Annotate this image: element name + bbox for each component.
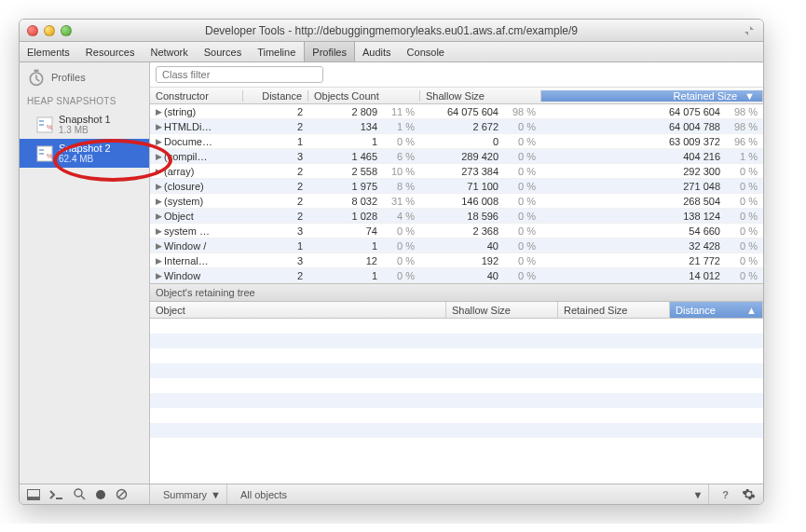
cell-shallow-pct: 0 % — [506, 255, 536, 266]
sidebar-category: HEAP SNAPSHOTS — [20, 92, 149, 110]
col-objects-count[interactable]: Objects Count — [308, 90, 420, 102]
expand-icon[interactable]: ▶ — [156, 256, 162, 266]
expand-icon[interactable]: ▶ — [156, 107, 162, 116]
cell-shallow: 40 — [487, 270, 499, 281]
constructor-row[interactable]: ▶(string)22 80911 %64 075 60498 %64 075 … — [150, 104, 763, 119]
cell-retained-pct: 0 % — [728, 196, 758, 207]
expand-icon[interactable]: ▶ — [156, 197, 162, 206]
expand-icon[interactable]: ▶ — [156, 182, 162, 191]
ret-col-retained[interactable]: Retained Size — [558, 302, 670, 318]
tab-profiles[interactable]: Profiles — [304, 42, 355, 61]
zoom-icon[interactable] — [61, 25, 72, 36]
record-icon[interactable] — [95, 489, 106, 500]
ret-col-shallow[interactable]: Shallow Size — [446, 302, 558, 318]
view-select[interactable]: Summary ▼ — [157, 484, 227, 504]
constructor-row[interactable]: ▶Window /110 %400 %32 4280 % — [150, 239, 763, 253]
dock-icon[interactable] — [27, 489, 40, 500]
sidebar-heading-label: Profiles — [51, 72, 86, 83]
expand-icon[interactable]: ▶ — [156, 137, 162, 146]
cell-constructor: (string) — [164, 106, 196, 117]
constructor-row[interactable]: ▶HTMLDi…21341 %2 6720 %64 004 78898 % — [150, 119, 763, 134]
expand-icon[interactable]: ▶ — [156, 167, 162, 176]
ret-col-distance[interactable]: Distance ▲ — [670, 302, 763, 318]
expand-icon[interactable]: ▶ — [156, 122, 162, 131]
devtools-window: Developer Tools - http://debuggingmemory… — [19, 19, 764, 505]
svg-rect-4 — [39, 124, 44, 126]
expand-icon[interactable]: ▶ — [156, 211, 162, 221]
sort-asc-icon: ▲ — [746, 305, 757, 316]
cell-shallow-pct: 0 % — [506, 211, 536, 222]
snapshot-item[interactable]: %Snapshot 262.4 MB — [20, 139, 149, 168]
constructor-row[interactable]: ▶Internal…3120 %1920 %21 7720 % — [150, 253, 763, 268]
cell-shallow-pct: 0 % — [506, 121, 536, 132]
constructor-row[interactable]: ▶(array)22 55810 %273 3840 %292 3000 % — [150, 164, 763, 179]
minimize-icon[interactable] — [44, 25, 55, 36]
snapshot-size: 62.4 MB — [59, 154, 111, 164]
expand-icon[interactable]: ▶ — [156, 152, 162, 161]
expand-icon[interactable]: ▶ — [156, 271, 162, 280]
col-retained-label: Retained Size — [674, 90, 738, 102]
cell-retained: 268 504 — [683, 196, 720, 207]
snapshot-item[interactable]: %Snapshot 11.3 MB — [20, 110, 149, 139]
cell-retained-pct: 1 % — [728, 151, 758, 162]
col-distance[interactable]: Distance — [243, 90, 308, 102]
cell-count-pct: 4 % — [385, 211, 415, 222]
constructor-row[interactable]: ▶Docume…110 %00 %63 009 37296 % — [150, 134, 763, 149]
cell-distance: 2 — [243, 270, 308, 281]
constructor-row[interactable]: ▶(system)28 03231 %146 0080 %268 5040 % — [150, 194, 763, 209]
cell-distance: 3 — [243, 255, 308, 266]
cell-retained: 271 048 — [683, 181, 720, 192]
heap-snapshot-pane: Constructor Distance Objects Count Shall… — [150, 62, 763, 484]
cell-shallow: 289 420 — [461, 151, 499, 162]
constructor-row[interactable]: ▶system …3740 %2 3680 %54 6600 % — [150, 224, 763, 239]
tab-audits[interactable]: Audits — [355, 42, 400, 61]
col-retained-size[interactable]: Retained Size ▼ — [541, 90, 763, 102]
snapshot-name: Snapshot 1 — [59, 114, 111, 125]
cell-shallow: 192 — [482, 255, 499, 266]
svg-point-15 — [96, 490, 105, 499]
expand-icon[interactable]: ▶ — [156, 241, 162, 251]
cell-count: 2 558 — [351, 166, 377, 177]
constructor-row[interactable]: ▶(closure)21 9758 %71 1000 %271 0480 % — [150, 179, 763, 194]
constructors-rows: ▶(string)22 80911 %64 075 60498 %64 075 … — [150, 104, 763, 283]
svg-rect-8 — [39, 153, 44, 155]
cell-shallow: 146 008 — [461, 196, 499, 207]
cell-constructor: Object — [164, 211, 194, 222]
expand-icon[interactable]: ▶ — [156, 226, 162, 236]
ret-col-object[interactable]: Object — [150, 302, 446, 318]
cell-retained-pct: 0 % — [728, 240, 758, 252]
console-icon[interactable] — [49, 489, 64, 500]
tab-timeline[interactable]: Timeline — [250, 42, 304, 61]
objects-filter-label: All objects — [240, 489, 287, 500]
constructor-row[interactable]: ▶(compil…31 4656 %289 4200 %404 2161 % — [150, 149, 763, 164]
tab-elements[interactable]: Elements — [20, 42, 78, 61]
class-filter-input[interactable] — [156, 66, 323, 83]
titlebar: Developer Tools - http://debuggingmemory… — [20, 20, 763, 42]
help-icon[interactable]: ? — [717, 489, 734, 500]
constructor-row[interactable]: ▶Object21 0284 %18 5960 %138 1240 % — [150, 209, 763, 224]
cell-shallow-pct: 0 % — [506, 151, 536, 162]
clear-icon[interactable] — [116, 488, 128, 500]
tab-resources[interactable]: Resources — [78, 42, 143, 61]
cell-count-pct: 10 % — [385, 166, 415, 177]
cell-count-pct: 31 % — [385, 196, 415, 207]
cell-constructor: Docume… — [164, 136, 212, 147]
svg-line-17 — [118, 491, 125, 498]
svg-line-14 — [81, 496, 85, 499]
cell-count-pct: 0 % — [385, 136, 415, 147]
tab-console[interactable]: Console — [400, 42, 453, 61]
cell-distance: 2 — [243, 166, 308, 177]
fullscreen-icon[interactable] — [743, 24, 756, 37]
search-icon[interactable] — [74, 488, 86, 500]
cell-retained: 138 124 — [683, 211, 720, 222]
col-shallow-size[interactable]: Shallow Size — [420, 90, 541, 102]
close-icon[interactable] — [27, 25, 38, 36]
cell-distance: 2 — [243, 181, 308, 192]
tab-sources[interactable]: Sources — [197, 42, 250, 61]
tab-network[interactable]: Network — [143, 42, 196, 61]
gear-icon[interactable] — [742, 487, 756, 501]
constructor-row[interactable]: ▶Window210 %400 %14 0120 % — [150, 268, 763, 283]
filter-row — [150, 62, 763, 88]
col-constructor[interactable]: Constructor — [150, 90, 243, 102]
objects-filter-select[interactable]: All objects ▼ — [235, 484, 709, 504]
